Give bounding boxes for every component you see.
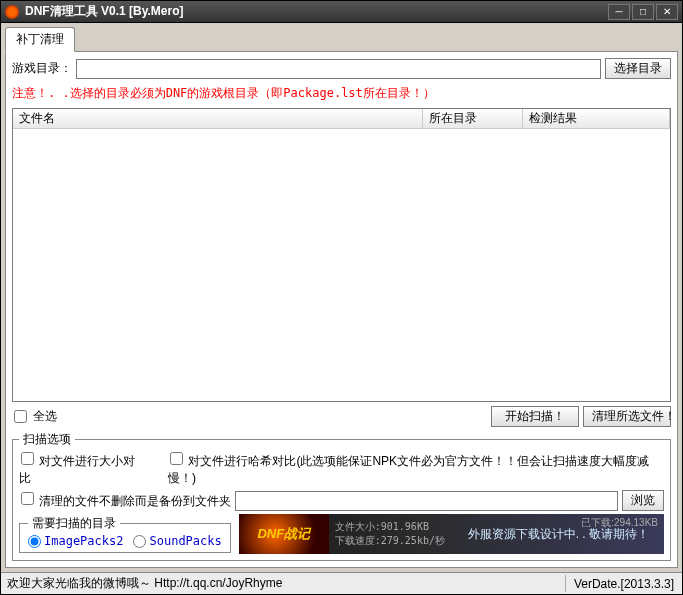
opt-row-1: 对文件进行大小对比 对文件进行哈希对比(此选项能保证NPK文件必为官方文件！！但… bbox=[19, 452, 664, 487]
close-button[interactable]: ✕ bbox=[656, 4, 678, 20]
window-title: DNF清理工具 V0.1 [By.Mero] bbox=[25, 3, 608, 20]
list-header: 文件名 所在目录 检测结果 bbox=[13, 109, 670, 129]
scan-target-legend: 需要扫描的目录 bbox=[28, 515, 120, 532]
promo-banner[interactable]: DNF战记 文件大小:901.96KB 下载速度:279.25kb/秒 已下载:… bbox=[239, 514, 664, 554]
hash-compare-label: 对文件进行哈希对比(此选项能保证NPK文件必为官方文件！！但会让扫描速度大幅度减… bbox=[168, 454, 649, 485]
scan-options-legend: 扫描选项 bbox=[19, 431, 75, 448]
opt-row-2: 清理的文件不删除而是备份到文件夹 浏览 bbox=[19, 490, 664, 511]
hash-compare-checkbox[interactable]: 对文件进行哈希对比(此选项能保证NPK文件必为官方文件！！但会让扫描速度大幅度减… bbox=[168, 452, 664, 487]
backup-input[interactable] bbox=[21, 492, 34, 505]
titlebar[interactable]: DNF清理工具 V0.1 [By.Mero] ─ □ ✕ bbox=[1, 1, 682, 23]
start-scan-button[interactable]: 开始扫描！ bbox=[491, 406, 579, 427]
size-compare-checkbox[interactable]: 对文件进行大小对比 bbox=[19, 452, 144, 487]
tab-strip: 补丁清理 bbox=[5, 27, 678, 52]
backup-label: 清理的文件不删除而是备份到文件夹 bbox=[39, 494, 231, 508]
status-right: VerDate.[2013.3.3] bbox=[566, 577, 682, 591]
select-all-checkbox[interactable]: 全选 bbox=[12, 406, 57, 427]
banner-dlcount: 已下载:294.13KB bbox=[581, 516, 658, 530]
window-controls: ─ □ ✕ bbox=[608, 4, 678, 20]
size-compare-input[interactable] bbox=[21, 452, 34, 465]
status-left: 欢迎大家光临我的微博哦～ Http://t.qq.cn/JoyRhyme bbox=[1, 575, 566, 592]
gamedir-row: 游戏目录： 选择目录 bbox=[12, 58, 671, 79]
gamedir-input[interactable] bbox=[76, 59, 601, 79]
browse-backup-button[interactable]: 浏览 bbox=[622, 490, 664, 511]
backup-path-input[interactable] bbox=[235, 491, 618, 511]
gamedir-label: 游戏目录： bbox=[12, 60, 72, 77]
radio-soundpacks[interactable]: SoundPacks bbox=[133, 534, 221, 548]
hash-compare-input[interactable] bbox=[170, 452, 183, 465]
list-body[interactable] bbox=[13, 129, 670, 401]
banner-logo: DNF战记 bbox=[239, 514, 329, 554]
radio-soundpacks-input[interactable] bbox=[133, 535, 146, 548]
radio-imagepacks2-label: ImagePacks2 bbox=[44, 534, 123, 548]
clean-selected-button[interactable]: 清理所选文件！ bbox=[583, 406, 671, 427]
app-icon bbox=[5, 5, 19, 19]
scan-target-group: 需要扫描的目录 ImagePacks2 SoundPacks bbox=[19, 515, 231, 553]
tab-patch-clean[interactable]: 补丁清理 bbox=[5, 27, 75, 52]
col-dir[interactable]: 所在目录 bbox=[423, 109, 523, 128]
col-filename[interactable]: 文件名 bbox=[13, 109, 423, 128]
minimize-button[interactable]: ─ bbox=[608, 4, 630, 20]
col-result[interactable]: 检测结果 bbox=[523, 109, 670, 128]
maximize-button[interactable]: □ bbox=[632, 4, 654, 20]
warning-text: 注意！. .选择的目录必须为DNF的游戏根目录（即Package.lst所在目录… bbox=[12, 83, 671, 104]
client-area: 补丁清理 游戏目录： 选择目录 注意！. .选择的目录必须为DNF的游戏根目录（… bbox=[1, 23, 682, 572]
main-window: DNF清理工具 V0.1 [By.Mero] ─ □ ✕ 补丁清理 游戏目录： … bbox=[0, 0, 683, 595]
banner-stats: 文件大小:901.96KB 下载速度:279.25kb/秒 bbox=[329, 520, 459, 548]
action-row: 全选 开始扫描！ 清理所选文件！ bbox=[12, 406, 671, 427]
select-all-input[interactable] bbox=[14, 410, 27, 423]
radio-imagepacks2-input[interactable] bbox=[28, 535, 41, 548]
browse-gamedir-button[interactable]: 选择目录 bbox=[605, 58, 671, 79]
opt-row-3: 需要扫描的目录 ImagePacks2 SoundPacks DNF战记 bbox=[19, 514, 664, 554]
radio-imagepacks2[interactable]: ImagePacks2 bbox=[28, 534, 123, 548]
radio-soundpacks-label: SoundPacks bbox=[149, 534, 221, 548]
tab-content: 游戏目录： 选择目录 注意！. .选择的目录必须为DNF的游戏根目录（即Pack… bbox=[5, 51, 678, 568]
action-buttons: 开始扫描！ 清理所选文件！ bbox=[491, 406, 671, 427]
size-compare-label: 对文件进行大小对比 bbox=[19, 454, 135, 485]
scan-options-group: 扫描选项 对文件进行大小对比 对文件进行哈希对比(此选项能保证NPK文件必为官方… bbox=[12, 431, 671, 561]
file-listview[interactable]: 文件名 所在目录 检测结果 bbox=[12, 108, 671, 402]
backup-checkbox[interactable]: 清理的文件不删除而是备份到文件夹 bbox=[19, 492, 231, 510]
statusbar: 欢迎大家光临我的微博哦～ Http://t.qq.cn/JoyRhyme Ver… bbox=[1, 572, 682, 594]
select-all-label: 全选 bbox=[33, 408, 57, 425]
